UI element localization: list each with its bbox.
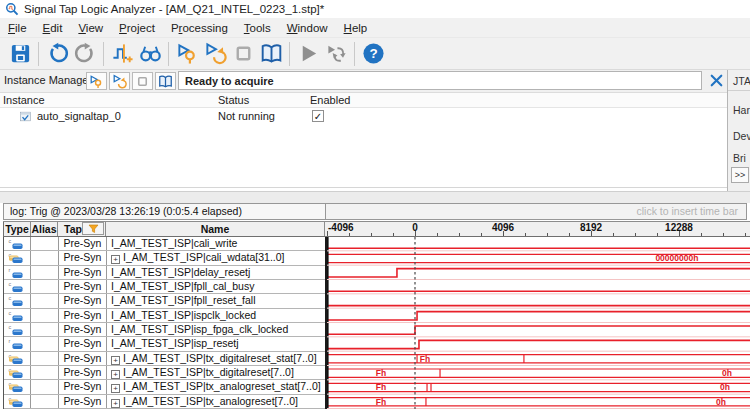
signal-name-label: I_AM_TEST_ISP|isp_resetj bbox=[111, 337, 239, 349]
signal-row[interactable]: cPre-Syn+I_AM_TEST_ISP|tx_digitalreset_s… bbox=[4, 352, 326, 366]
signal-row[interactable]: rPre-SynI_AM_TEST_ISP|delay_resetj bbox=[4, 266, 326, 280]
rerun-analysis-icon[interactable] bbox=[322, 40, 350, 68]
signal-alias-cell[interactable] bbox=[31, 309, 59, 322]
signal-alias-cell[interactable] bbox=[31, 352, 59, 365]
signal-alias-cell[interactable] bbox=[31, 323, 59, 336]
signal-type-icon: c bbox=[4, 294, 31, 307]
signal-name-cell[interactable]: +I_AM_TEST_ISP|tx_analogreset_stat[7..0] bbox=[107, 380, 326, 393]
svg-text:00000000h: 00000000h bbox=[655, 253, 698, 263]
signal-row[interactable]: cPre-SynI_AM_TEST_ISP|cali_write bbox=[4, 237, 326, 251]
signal-name-cell[interactable]: I_AM_TEST_ISP|fpll_cal_busy bbox=[107, 280, 326, 293]
tap-filter-button[interactable] bbox=[82, 222, 104, 235]
signal-alias-cell[interactable] bbox=[31, 380, 59, 393]
menu-window[interactable]: Window bbox=[279, 20, 336, 36]
toolbar-separator bbox=[103, 42, 104, 66]
signal-row[interactable]: cPre-Syn+I_AM_TEST_ISP|tx_digitalreset[7… bbox=[4, 366, 326, 380]
signal-name-cell[interactable]: +I_AM_TEST_ISP|tx_digitalreset[7..0] bbox=[107, 366, 326, 379]
read-data-icon[interactable] bbox=[257, 40, 285, 68]
autorun-analysis-icon[interactable] bbox=[201, 40, 229, 68]
jtag-panel-title: JTA bbox=[733, 75, 750, 87]
trigger-setup-icon[interactable] bbox=[108, 40, 136, 68]
expand-icon[interactable]: + bbox=[111, 370, 120, 379]
menu-project[interactable]: Project bbox=[111, 20, 163, 36]
signal-name-cell[interactable]: I_AM_TEST_ISP|isp_fpga_clk_locked bbox=[107, 323, 326, 336]
signal-name-label: I_AM_TEST_ISP|cali_wdata[31..0] bbox=[123, 251, 284, 263]
signal-row[interactable]: rPre-SynI_AM_TEST_ISP|isp_resetj bbox=[4, 337, 326, 351]
start-compilation-icon[interactable] bbox=[294, 40, 322, 68]
expand-icon[interactable]: + bbox=[111, 399, 120, 408]
expand-icon[interactable]: + bbox=[111, 255, 120, 264]
signal-name-label: I_AM_TEST_ISP|delay_resetj bbox=[111, 266, 250, 278]
menu-edit[interactable]: Edit bbox=[35, 20, 71, 36]
signal-name-cell[interactable]: I_AM_TEST_ISP|isp_resetj bbox=[107, 337, 326, 350]
signal-row[interactable]: cPre-Syn+I_AM_TEST_ISP|tx_analogreset[7.… bbox=[4, 395, 326, 409]
save-icon[interactable] bbox=[6, 40, 34, 68]
close-icon[interactable] bbox=[708, 72, 725, 89]
instance-name: auto_signaltap_0 bbox=[37, 110, 121, 122]
stop-analysis-icon[interactable] bbox=[132, 72, 153, 90]
signal-alias-cell[interactable] bbox=[31, 280, 59, 293]
signal-row[interactable]: cPre-SynI_AM_TEST_ISP|ispclk_locked bbox=[4, 309, 326, 323]
timeline-tick bbox=[613, 233, 614, 236]
signal-row[interactable]: cPre-SynI_AM_TEST_ISP|fpll_cal_busy bbox=[4, 280, 326, 294]
signal-alias-cell[interactable] bbox=[31, 337, 59, 350]
signal-alias-cell[interactable] bbox=[31, 251, 59, 264]
menu-processing[interactable]: Processing bbox=[163, 20, 236, 36]
menu-file[interactable]: File bbox=[0, 20, 35, 36]
find-icon[interactable] bbox=[136, 40, 164, 68]
signal-name-cell[interactable]: I_AM_TEST_ISP|delay_resetj bbox=[107, 266, 326, 279]
signal-name-label: I_AM_TEST_ISP|tx_analogreset[7..0] bbox=[123, 395, 298, 407]
timeline-tick bbox=[569, 233, 570, 236]
signal-alias-cell[interactable] bbox=[31, 237, 59, 250]
run-analysis-icon[interactable] bbox=[173, 40, 201, 68]
signal-name-cell[interactable]: +I_AM_TEST_ISP|tx_digitalreset_stat[7..0… bbox=[107, 352, 326, 365]
jtag-expand-button[interactable]: >> bbox=[731, 167, 749, 183]
expand-icon[interactable]: + bbox=[111, 384, 120, 393]
enabled-checkbox[interactable]: ✓ bbox=[312, 110, 324, 122]
timeline-ruler[interactable]: -409604096819212288 bbox=[327, 222, 750, 236]
menu-view[interactable]: View bbox=[70, 20, 111, 36]
help-icon[interactable]: ? bbox=[359, 40, 387, 68]
svg-text:r: r bbox=[9, 267, 11, 273]
waveform-plot-area[interactable]: 00000000hFhFh0hFh0hFh0h bbox=[325, 237, 750, 409]
redo-icon[interactable] bbox=[71, 40, 99, 68]
menu-help[interactable]: Help bbox=[336, 20, 376, 36]
signal-name-cell[interactable]: +I_AM_TEST_ISP|tx_analogreset[7..0] bbox=[107, 395, 326, 408]
undo-icon[interactable] bbox=[43, 40, 71, 68]
run-analysis-icon[interactable] bbox=[86, 72, 107, 90]
signal-type-icon: c bbox=[4, 366, 31, 379]
menu-tools[interactable]: Tools bbox=[236, 20, 279, 36]
instance-row[interactable]: auto_signaltap_0 Not running ✓ bbox=[0, 108, 727, 125]
expand-icon[interactable]: + bbox=[111, 356, 120, 365]
timebar-hint[interactable]: click to insert time bar bbox=[326, 204, 746, 219]
signal-name-cell[interactable]: I_AM_TEST_ISP|cali_write bbox=[107, 237, 326, 250]
waveform-header-row: Type Alias Tap Name -409604096819212288 bbox=[3, 221, 750, 237]
signal-name-cell[interactable]: +I_AM_TEST_ISP|cali_wdata[31..0] bbox=[107, 251, 326, 264]
stop-analysis-icon[interactable] bbox=[229, 40, 257, 68]
signal-alias-cell[interactable] bbox=[31, 395, 59, 408]
svg-text:c: c bbox=[9, 310, 12, 316]
signal-alias-cell[interactable] bbox=[31, 366, 59, 379]
timeline-tick bbox=[503, 231, 504, 236]
signal-row[interactable]: cPre-SynI_AM_TEST_ISP|fpll_reset_fall bbox=[4, 294, 326, 308]
timeline-tick bbox=[349, 233, 350, 236]
signal-tap-cell: Pre-Syn bbox=[59, 237, 107, 250]
signal-tap-cell: Pre-Syn bbox=[59, 266, 107, 279]
signal-name-cell[interactable]: I_AM_TEST_ISP|fpll_reset_fall bbox=[107, 294, 326, 307]
autorun-analysis-icon[interactable] bbox=[109, 72, 130, 90]
signal-name-cell[interactable]: I_AM_TEST_ISP|ispclk_locked bbox=[107, 309, 326, 322]
signal-alias-cell[interactable] bbox=[31, 294, 59, 307]
column-type[interactable]: Type bbox=[3, 222, 31, 236]
column-name[interactable]: Name bbox=[106, 222, 325, 236]
signal-row[interactable]: cPre-SynI_AM_TEST_ISP|isp_fpga_clk_locke… bbox=[4, 323, 326, 337]
timeline-tick bbox=[437, 233, 438, 236]
filter-funnel-icon bbox=[87, 224, 100, 234]
svg-text:Fh: Fh bbox=[376, 368, 386, 378]
signal-alias-cell[interactable] bbox=[31, 266, 59, 279]
signal-row[interactable]: cPre-Syn+I_AM_TEST_ISP|cali_wdata[31..0] bbox=[4, 251, 326, 265]
trigger-log-label: log: Trig @ 2023/03/28 13:26:19 (0:0:5.4… bbox=[4, 204, 326, 219]
signal-row[interactable]: cPre-Syn+I_AM_TEST_ISP|tx_analogreset_st… bbox=[4, 380, 326, 394]
column-alias[interactable]: Alias bbox=[31, 222, 58, 236]
read-data-icon[interactable] bbox=[155, 72, 176, 90]
timeline-tick bbox=[635, 233, 636, 236]
